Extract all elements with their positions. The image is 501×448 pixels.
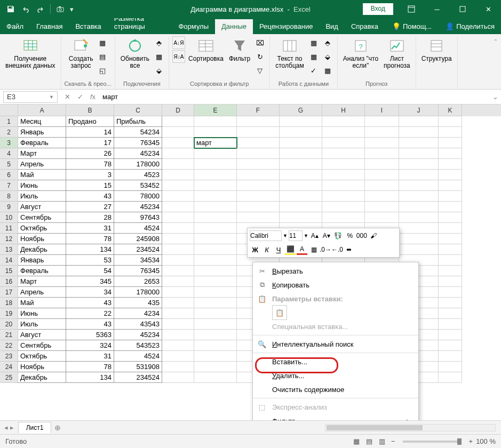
tab-home[interactable]: Главная (30, 19, 69, 34)
cell[interactable] (322, 191, 365, 202)
cancel-fx-icon[interactable]: ✕ (61, 91, 74, 103)
cell[interactable]: 345 (66, 276, 114, 287)
row-header[interactable]: 23 (0, 351, 18, 362)
cell[interactable]: 76345 (114, 266, 162, 276)
cell[interactable] (439, 330, 462, 340)
edit-links-icon[interactable]: ⬙ (153, 64, 165, 77)
cell[interactable] (439, 319, 462, 330)
comma-icon[interactable]: 000 (356, 230, 367, 241)
cell[interactable]: 31 (66, 351, 114, 362)
cell[interactable]: 53 (66, 255, 114, 266)
cell[interactable] (194, 170, 237, 180)
cell[interactable]: Февраль (18, 138, 66, 148)
cell[interactable] (237, 170, 280, 180)
cell[interactable]: 134 (66, 244, 114, 255)
cell[interactable] (365, 159, 399, 170)
cell[interactable] (237, 202, 280, 212)
cell[interactable]: 178000 (114, 159, 162, 170)
cell[interactable] (162, 287, 194, 298)
row-header[interactable]: 4 (0, 148, 18, 159)
row-header[interactable]: 18 (0, 298, 18, 308)
cell[interactable] (194, 372, 237, 383)
collapse-ribbon-icon[interactable]: ˆ (490, 36, 501, 89)
advanced-filter-icon[interactable]: ▽ (253, 64, 266, 77)
cell[interactable]: Май (18, 298, 66, 308)
save-icon[interactable] (3, 1, 18, 17)
tab-review[interactable]: Рецензирование (253, 19, 319, 34)
row-header[interactable]: 5 (0, 159, 18, 170)
cell[interactable] (237, 148, 280, 159)
cell[interactable] (439, 223, 462, 234)
cell[interactable] (439, 255, 462, 266)
column-header[interactable]: J (399, 105, 439, 116)
cell[interactable] (399, 212, 439, 223)
cell[interactable]: Продано (66, 116, 114, 127)
cell[interactable] (194, 202, 237, 212)
cell[interactable] (162, 159, 194, 170)
cell[interactable] (194, 223, 237, 234)
cell[interactable]: 4524 (114, 351, 162, 362)
row-header[interactable]: 3 (0, 138, 18, 148)
cell[interactable] (365, 116, 399, 127)
cell[interactable]: Август (18, 330, 66, 340)
cell[interactable] (399, 234, 439, 244)
row-header[interactable]: 17 (0, 287, 18, 298)
cell[interactable] (194, 287, 237, 298)
menu-item[interactable]: Удалить... (253, 369, 418, 382)
cell[interactable] (439, 298, 462, 308)
sort-za-icon[interactable]: Я↓А (172, 50, 185, 63)
cell[interactable]: Ноябрь (18, 362, 66, 372)
cell[interactable]: Сентябрь (18, 212, 66, 223)
cell[interactable] (162, 212, 194, 223)
cell[interactable]: март (194, 138, 237, 148)
cell[interactable]: Сентябрь (18, 340, 66, 351)
outline-button[interactable]: Структура (419, 36, 454, 63)
cell[interactable]: Январь (18, 255, 66, 266)
cell[interactable] (439, 180, 462, 191)
cell[interactable] (280, 148, 322, 159)
cell[interactable] (322, 202, 365, 212)
row-header[interactable]: 21 (0, 330, 18, 340)
decrease-decimal-icon[interactable]: ←.0 (332, 244, 343, 255)
borders-icon[interactable]: ▦ (308, 244, 319, 255)
cell[interactable] (194, 255, 237, 266)
cell[interactable]: Месяц (18, 116, 66, 127)
increase-font-icon[interactable]: A▴ (309, 230, 320, 241)
cell[interactable] (237, 159, 280, 170)
get-external-data-button[interactable]: Получение внешних данных (3, 36, 58, 70)
fx-icon[interactable]: fx (86, 91, 99, 103)
cell[interactable] (280, 138, 322, 148)
cell[interactable]: 45234 (114, 202, 162, 212)
column-header[interactable]: K (439, 105, 462, 116)
cell[interactable] (162, 202, 194, 212)
page-layout-view-icon[interactable]: ▤ (363, 437, 375, 446)
fill-color-icon[interactable]: ⬛ (285, 244, 296, 255)
row-header[interactable]: 6 (0, 170, 18, 180)
cell[interactable]: 4523 (114, 170, 162, 180)
row-header[interactable]: 11 (0, 223, 18, 234)
cell[interactable]: 324 (66, 340, 114, 351)
cell[interactable] (194, 148, 237, 159)
cell[interactable] (194, 298, 237, 308)
redo-icon[interactable] (33, 1, 48, 17)
cell[interactable] (439, 308, 462, 319)
cell[interactable]: Октябрь (18, 223, 66, 234)
cell[interactable] (162, 351, 194, 362)
cell[interactable]: 54234 (114, 127, 162, 138)
sheet-tab[interactable]: Лист1 (18, 422, 52, 433)
cell[interactable] (162, 170, 194, 180)
cell[interactable]: Апрель (18, 159, 66, 170)
underline-icon[interactable]: Ч (273, 244, 284, 255)
tab-formulas[interactable]: Формулы (172, 19, 215, 34)
format-painter-icon[interactable]: 🖌 (368, 230, 379, 241)
cell[interactable] (365, 127, 399, 138)
cell[interactable] (237, 180, 280, 191)
sheet-nav[interactable]: ◂ ▸ (0, 423, 18, 431)
cell[interactable] (365, 138, 399, 148)
cell[interactable]: 45234 (114, 330, 162, 340)
cell[interactable]: Декабрь (18, 244, 66, 255)
cell[interactable]: Май (18, 170, 66, 180)
cell[interactable] (399, 116, 439, 127)
select-all-corner[interactable] (0, 105, 18, 116)
cell[interactable] (194, 266, 237, 276)
